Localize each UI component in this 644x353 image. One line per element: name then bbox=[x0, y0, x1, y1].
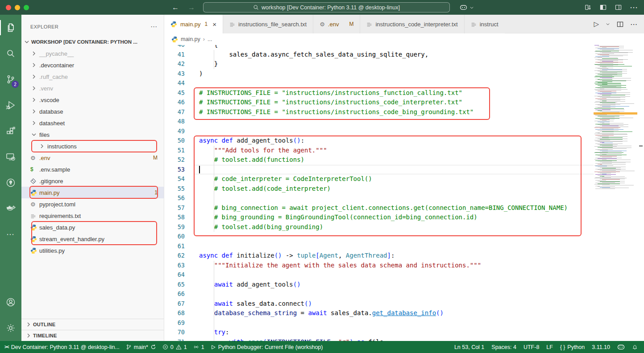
explorer-item[interactable]: .vscode bbox=[21, 94, 164, 106]
minimap[interactable] bbox=[594, 45, 637, 232]
nav-back-icon[interactable]: ← bbox=[172, 4, 179, 12]
minimap-highlight bbox=[594, 112, 637, 115]
code-editor[interactable]: 40 { 41 sales_data.async_fetch_sales_dat… bbox=[164, 45, 594, 341]
toggle-primary-sidebar-icon[interactable] bbox=[599, 4, 607, 11]
explorer-item[interactable]: .gitignore bbox=[21, 175, 164, 187]
language-mode[interactable]: { } Python bbox=[560, 344, 585, 350]
activity-bar: 2 ⋯ bbox=[0, 15, 21, 341]
breadcrumb[interactable]: main.py › ... bbox=[164, 33, 644, 45]
explorer-item[interactable]: database bbox=[21, 106, 164, 117]
more-actions-icon[interactable]: ⋯ bbox=[630, 20, 638, 29]
nav-forward-icon[interactable]: → bbox=[188, 4, 195, 12]
command-center-search[interactable]: workshop [Dev Container: Python 3.11 @ d… bbox=[203, 2, 450, 12]
git-branch-indicator[interactable]: main* bbox=[126, 344, 156, 350]
file-type-icon bbox=[30, 247, 39, 254]
indentation[interactable]: Spaces: 4 bbox=[491, 344, 516, 350]
source-control-activity-icon[interactable]: 2 bbox=[0, 66, 21, 92]
chevron-right-icon bbox=[25, 332, 33, 339]
encoding[interactable]: UTF-8 bbox=[524, 344, 539, 350]
remote-explorer-activity-icon[interactable] bbox=[0, 144, 21, 170]
editor-tab[interactable]: instructions_file_search.txt bbox=[223, 15, 313, 33]
chevron-icon bbox=[30, 119, 39, 127]
customize-layout-icon[interactable] bbox=[584, 4, 592, 11]
explorer-item[interactable]: instructions bbox=[21, 140, 164, 152]
code-line: 60 bbox=[164, 232, 594, 242]
accounts-icon[interactable] bbox=[0, 289, 21, 315]
split-editor-icon[interactable] bbox=[617, 21, 623, 28]
workspace-root-folder[interactable]: WORKSHOP [DEV CONTAINER: PYTHON ... bbox=[21, 36, 164, 48]
code-line: 67 await sales_data.connect() bbox=[164, 299, 594, 309]
breadcrumb-more[interactable]: ... bbox=[208, 36, 212, 42]
timeline-panel-header[interactable]: TIMELINE bbox=[21, 330, 164, 341]
editor-tab[interactable]: instruct bbox=[465, 15, 505, 33]
extensions-activity-icon[interactable] bbox=[0, 118, 21, 144]
explorer-item[interactable]: __pycache__ bbox=[21, 48, 164, 59]
explorer-item[interactable]: datasheet bbox=[21, 117, 164, 129]
explorer-item[interactable]: sales_data.py bbox=[21, 222, 164, 233]
line-number: 65 bbox=[164, 280, 185, 290]
github-activity-icon[interactable] bbox=[0, 170, 21, 196]
explorer-item[interactable]: ⚙ .env M bbox=[21, 152, 164, 164]
explorer-activity-icon[interactable] bbox=[0, 15, 21, 41]
explorer-item[interactable]: .venv bbox=[21, 82, 164, 94]
run-python-file-icon[interactable]: ▷ bbox=[594, 20, 599, 28]
copilot-menu[interactable] bbox=[460, 0, 474, 15]
copilot-status[interactable] bbox=[617, 343, 625, 351]
debugger-indicator[interactable]: Python Debugger: Current File (workshop) bbox=[211, 344, 323, 350]
code-line: 55 # toolset.add(code_interpreter) bbox=[164, 184, 594, 194]
settings-gear-icon[interactable] bbox=[0, 315, 21, 341]
additional-views-icon[interactable]: ⋯ bbox=[0, 222, 21, 247]
cursor-position[interactable]: Ln 53, Col 1 bbox=[454, 344, 484, 350]
explorer-item[interactable]: .devcontainer bbox=[21, 59, 164, 71]
explorer-item[interactable]: requirements.txt bbox=[21, 210, 164, 222]
line-number: 53 bbox=[164, 165, 185, 175]
notifications[interactable] bbox=[632, 344, 638, 350]
code-line: 61 bbox=[164, 242, 594, 251]
run-debug-activity-icon[interactable] bbox=[0, 92, 21, 118]
explorer-item[interactable]: utilities.py bbox=[21, 245, 164, 256]
line-number: 41 bbox=[164, 50, 185, 60]
chevron-icon bbox=[30, 131, 39, 138]
outline-panel-header[interactable]: OUTLINE bbox=[21, 319, 164, 330]
explorer-title: EXPLORER bbox=[30, 24, 58, 29]
breadcrumb-separator: › bbox=[203, 36, 205, 42]
editor-tab[interactable]: ⚙ .env M bbox=[313, 15, 360, 33]
line-number: 64 bbox=[164, 270, 185, 280]
file-name: .vscode bbox=[39, 97, 59, 103]
maximize-window-icon[interactable] bbox=[24, 5, 29, 10]
line-number: 52 bbox=[164, 155, 185, 165]
run-dropdown-icon[interactable] bbox=[606, 22, 610, 26]
editor-tab[interactable]: main.py 1 × bbox=[164, 15, 223, 33]
code-line: 40 { bbox=[164, 45, 594, 50]
chevron-down-icon bbox=[469, 5, 474, 10]
explorer-item[interactable]: files bbox=[21, 129, 164, 140]
eol-sequence[interactable]: LF bbox=[546, 344, 553, 350]
more-actions-icon[interactable]: ⋯ bbox=[630, 3, 639, 12]
problems-indicator[interactable]: 0 1 bbox=[162, 344, 187, 350]
close-window-icon[interactable] bbox=[6, 5, 11, 10]
explorer-item[interactable]: ⚙ pyproject.toml bbox=[21, 198, 164, 210]
explorer-item[interactable]: main.py 1 bbox=[21, 187, 164, 198]
close-icon[interactable]: × bbox=[212, 21, 216, 28]
remote-indicator[interactable]: >< Dev Container: Python 3.11 @ desktop-… bbox=[4, 344, 120, 350]
search-activity-icon[interactable] bbox=[0, 41, 21, 66]
breadcrumb-file[interactable]: main.py bbox=[181, 36, 200, 42]
minimize-window-icon[interactable] bbox=[15, 5, 20, 10]
ports-indicator[interactable]: 1 bbox=[193, 344, 204, 350]
scm-badge: 2 bbox=[12, 81, 19, 88]
code-line: 44 bbox=[164, 78, 594, 88]
code-line: 46 # INSTRUCTIONS_FILE = "instructions/i… bbox=[164, 98, 594, 107]
line-number: 44 bbox=[164, 78, 185, 88]
python-interpreter[interactable]: 3.11.10 bbox=[592, 344, 610, 350]
file-type-icon bbox=[366, 21, 372, 27]
toggle-secondary-sidebar-icon[interactable] bbox=[615, 4, 622, 11]
chevron-icon bbox=[30, 96, 39, 103]
editor-tab[interactable]: instructions_code_interpreter.txt bbox=[360, 15, 464, 33]
explorer-more-actions-icon[interactable]: ⋯ bbox=[150, 23, 158, 31]
git-status-badge: M bbox=[153, 155, 158, 161]
explorer-item[interactable]: .ruff_cache bbox=[21, 71, 164, 82]
overview-ruler[interactable] bbox=[637, 45, 644, 341]
explorer-item[interactable]: $ .env.sample bbox=[21, 164, 164, 175]
docker-activity-icon[interactable] bbox=[0, 196, 21, 222]
explorer-item[interactable]: stream_event_handler.py bbox=[21, 233, 164, 245]
